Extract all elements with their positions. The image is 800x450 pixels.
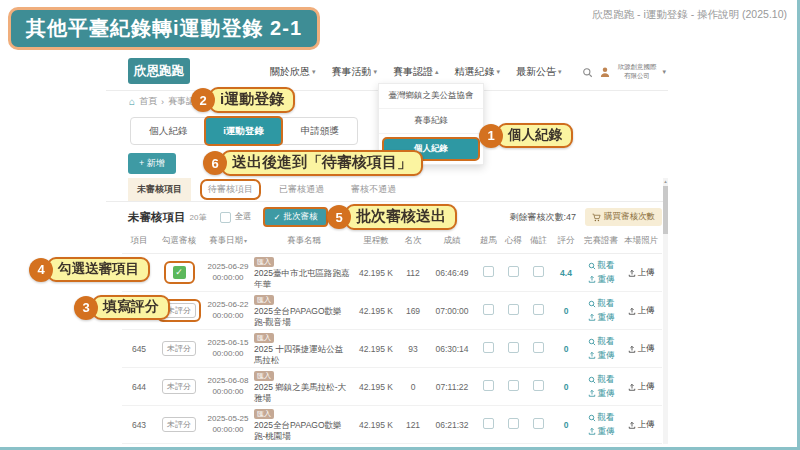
record-tabs: 個人紀錄 i運動登錄 申請頒獎 (130, 117, 358, 145)
note-cell (526, 304, 551, 317)
user-icon[interactable] (599, 66, 611, 78)
breadcrumb-home[interactable]: 首頁 (139, 95, 157, 108)
upload-photo-link[interactable]: 上傳 (621, 342, 661, 356)
select-all-checkbox[interactable] (220, 212, 231, 223)
search-icon[interactable] (582, 67, 593, 78)
account-name[interactable]: 欣源創意國際有限公司 (617, 63, 656, 81)
upload-photo-link[interactable]: 上傳 (621, 304, 661, 318)
note-checkbox[interactable] (533, 418, 544, 429)
column-header: 超馬 (476, 235, 501, 247)
status-tabs: 未審核項目 待審核項目 已審核通過 審核不通過 (128, 178, 405, 201)
upload-icon (628, 307, 636, 315)
photo-cell: 上傳 (621, 304, 661, 318)
tab-apply-award[interactable]: 申請頒獎 (282, 118, 357, 144)
item-number-cell: 644 (122, 382, 156, 392)
ultra-checkbox[interactable] (483, 418, 494, 429)
reupload-certificate-link[interactable]: 重傳 (581, 311, 621, 325)
upload-icon (628, 421, 636, 429)
upload-photo-link[interactable]: 上傳 (621, 266, 661, 280)
site-logo[interactable]: 欣恩跑跑 (128, 58, 190, 84)
table-row: 644未評分2025-06-0800:00:00匯入2025 鄉鎮之美馬拉松-大… (122, 368, 662, 406)
table-body: ✓2025-06-2900:00:00匯入2025臺中市北屯區路跑嘉年華42.1… (122, 254, 662, 444)
upload-icon (588, 427, 596, 435)
scrollbar-thumb[interactable] (663, 186, 668, 234)
column-header: 備註 (526, 235, 551, 247)
view-certificate-link[interactable]: 觀看 (581, 335, 621, 349)
reupload-certificate-link[interactable]: 重傳 (581, 273, 621, 287)
column-header: 成績 (428, 235, 476, 247)
distance-cell: 42.195 K (354, 306, 398, 316)
records-table: 項目勾選審核賽事日期▾賽事名稱里程數名次成績超馬心得備註評分完賽證書本場照片 ✓… (122, 229, 662, 444)
reupload-certificate-link[interactable]: 重傳 (581, 387, 621, 401)
upload-icon (588, 313, 596, 321)
thoughts-cell (501, 380, 526, 393)
batch-review-button[interactable]: ✓ 批次審核 (263, 207, 327, 227)
tab-approved[interactable]: 已審核通過 (270, 178, 333, 201)
home-icon[interactable]: ⌂ (129, 96, 135, 107)
dropdown-item-race-records[interactable]: 賽事紀錄 (379, 109, 483, 134)
thoughts-checkbox[interactable] (508, 342, 519, 353)
callout-number: 1 (479, 124, 503, 148)
upload-icon (628, 269, 636, 277)
magnifier-icon (588, 414, 596, 422)
nav-item[interactable]: 精選紀錄▾ (455, 65, 501, 79)
column-header[interactable]: 賽事日期▾ (202, 235, 254, 247)
result-cell: 06:30:14 (428, 344, 476, 354)
distance-cell: 42.195 K (354, 344, 398, 354)
upload-photo-link[interactable]: 上傳 (621, 418, 661, 432)
table-row: 643未評分2025-05-2500:00:00匯入2025全台PAPAGO歡樂… (122, 406, 662, 444)
nav-item[interactable]: 賽事活動▾ (332, 65, 378, 79)
ultra-checkbox[interactable] (483, 266, 494, 277)
ultra-checkbox[interactable] (483, 304, 494, 315)
ultra-cell (476, 380, 501, 393)
thoughts-checkbox[interactable] (508, 266, 519, 277)
select-all-control[interactable]: 全選 (220, 211, 251, 223)
tab-personal-records[interactable]: 個人紀錄 (131, 118, 205, 144)
callout-1-personal-records: 1 個人紀錄 (479, 123, 573, 148)
thoughts-checkbox[interactable] (508, 380, 519, 391)
note-checkbox[interactable] (533, 266, 544, 277)
tab-unreviewed[interactable]: 未審核項目 (128, 178, 191, 201)
nav-item[interactable]: 最新公告▾ (516, 65, 562, 79)
vertical-scrollbar[interactable]: ▴ (663, 178, 668, 444)
certificate-cell: 觀看重傳 (581, 373, 621, 400)
view-certificate-link[interactable]: 觀看 (581, 259, 621, 273)
ultra-checkbox[interactable] (483, 380, 494, 391)
thoughts-checkbox[interactable] (508, 418, 519, 429)
score-cell: 0 (551, 344, 581, 354)
tab-rejected[interactable]: 審核不通過 (342, 178, 405, 201)
dropdown-item-association[interactable]: 臺灣鄉鎮之美公益協會 (379, 84, 483, 109)
race-date-cell: 2025-05-2500:00:00 (202, 414, 254, 436)
note-checkbox[interactable] (533, 304, 544, 315)
import-tag: 匯入 (254, 409, 274, 419)
tab-pending-review[interactable]: 待審核項目 (200, 179, 261, 200)
note-checkbox[interactable] (533, 342, 544, 353)
view-certificate-link[interactable]: 觀看 (581, 411, 621, 425)
callout-number: 3 (74, 296, 98, 320)
view-certificate-link[interactable]: 觀看 (581, 373, 621, 387)
chevron-down-icon: ▾ (312, 68, 316, 76)
reupload-certificate-link[interactable]: 重傳 (581, 349, 621, 363)
thoughts-checkbox[interactable] (508, 304, 519, 315)
column-header: 心得 (501, 235, 526, 247)
ultra-checkbox[interactable] (483, 342, 494, 353)
note-checkbox[interactable] (533, 380, 544, 391)
nav-item[interactable]: 關於欣恩▾ (270, 65, 316, 79)
upload-photo-link[interactable]: 上傳 (621, 380, 661, 394)
scroll-up-arrow-icon[interactable]: ▴ (663, 178, 668, 184)
tab-isport-registration[interactable]: i運動登錄 (204, 116, 282, 146)
row-checkbox-checked[interactable]: ✓ (173, 266, 186, 279)
rank-cell: 121 (398, 420, 428, 430)
summary-count: 20筆 (190, 212, 207, 223)
view-certificate-link[interactable]: 觀看 (581, 297, 621, 311)
add-button[interactable]: + 新增 (128, 153, 176, 174)
nav-item[interactable]: 賽事認證▴ (393, 65, 439, 79)
callout-label: 批次審核送出 (345, 204, 457, 230)
import-tag: 匯入 (254, 371, 274, 381)
column-header: 本場照片 (621, 235, 661, 247)
magnifier-icon (588, 376, 596, 384)
buy-review-count-button[interactable]: 購買審核次數 (585, 208, 662, 226)
reupload-certificate-link[interactable]: 重傳 (581, 425, 621, 439)
callout-label: i運動登錄 (209, 87, 295, 113)
chevron-up-icon: ▴ (435, 68, 439, 76)
